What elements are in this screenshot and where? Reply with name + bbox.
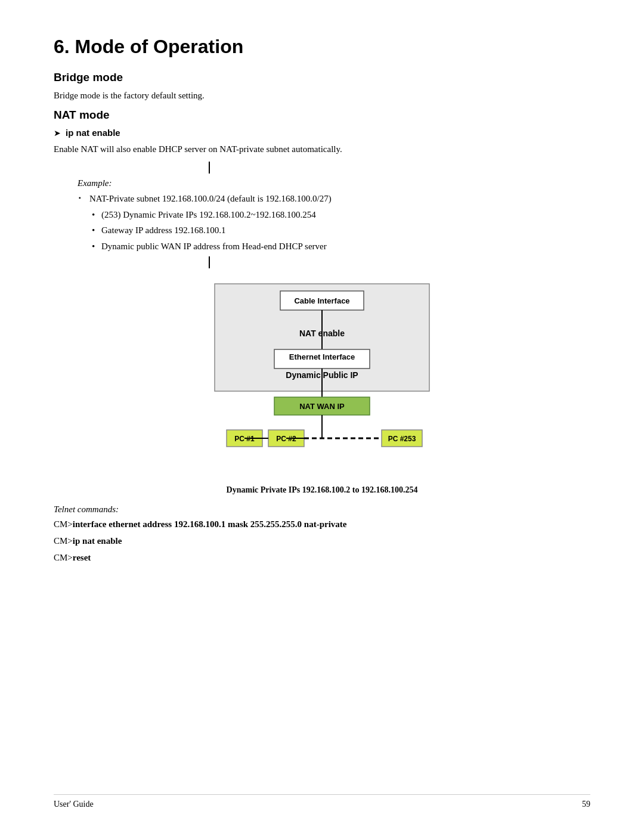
- bridge-mode-title: Bridge mode: [54, 71, 590, 84]
- command-text-3: reset: [73, 553, 91, 562]
- subsection-label: ip nat enable: [66, 128, 120, 138]
- svg-text:PC #253: PC #253: [388, 435, 416, 443]
- bullet-list: (253) Dynamic Private IPs 192.168.100.2~…: [89, 208, 590, 253]
- chapter-title: 6. Mode of Operation: [54, 36, 590, 58]
- square-list-item: NAT-Private subnet 192.168.100.0/24 (def…: [78, 192, 590, 206]
- footer-right: 59: [582, 800, 590, 809]
- diagram-caption: Dynamic Private IPs 192.168.100.2 to 192…: [227, 485, 418, 495]
- bridge-mode-description: Bridge mode is the factory default setti…: [54, 89, 590, 103]
- svg-text:Ethernet  Interface: Ethernet Interface: [289, 352, 355, 361]
- square-list: NAT-Private subnet 192.168.100.0/24 (def…: [78, 192, 590, 206]
- nat-mode-title: NAT mode: [54, 109, 590, 122]
- command-line-1: CM>interface ethernet address 192.168.10…: [54, 517, 590, 531]
- cursor-line: [54, 162, 590, 174]
- bullet-item-3: Dynamic public WAN IP address from Head-…: [89, 240, 590, 253]
- bullet-item-1: (253) Dynamic Private IPs 192.168.100.2~…: [89, 208, 590, 222]
- diagram-svg-wrapper: Cable Interface NAT enable Ethernet Inte…: [209, 278, 435, 481]
- command-prefix-1: CM>: [54, 519, 73, 529]
- command-text-2: ip nat enable: [73, 536, 122, 546]
- page-footer: User' Guide 59: [54, 794, 590, 809]
- example-label: Example:: [78, 178, 590, 188]
- nat-diagram-svg: Cable Interface NAT enable Ethernet Inte…: [209, 278, 435, 481]
- nat-diagram-container: Cable Interface NAT enable Ethernet Inte…: [54, 278, 590, 495]
- page-container: 6. Mode of Operation Bridge mode Bridge …: [0, 0, 644, 833]
- cursor-line-2: [54, 256, 590, 268]
- command-prefix-2: CM>: [54, 536, 73, 546]
- cursor-bar: [209, 162, 210, 174]
- svg-text:Cable Interface: Cable Interface: [294, 296, 349, 305]
- cursor-bar-2: [209, 256, 210, 268]
- bullet-item-2: Gateway IP address 192.168.100.1: [89, 224, 590, 237]
- arrow-icon: ➤: [54, 128, 61, 138]
- nat-description: Enable NAT will also enable DHCP server …: [54, 143, 590, 156]
- telnet-label: Telnet commands:: [54, 504, 590, 515]
- svg-text:NAT WAN IP: NAT WAN IP: [299, 402, 345, 411]
- command-line-3: CM>reset: [54, 550, 590, 565]
- footer-left: User' Guide: [54, 800, 94, 809]
- command-text-1: interface ethernet address 192.168.100.1…: [73, 519, 347, 529]
- command-prefix-3: CM>: [54, 553, 73, 562]
- command-line-2: CM>ip nat enable: [54, 534, 590, 548]
- ip-nat-subsection-header: ➤ ip nat enable: [54, 128, 590, 138]
